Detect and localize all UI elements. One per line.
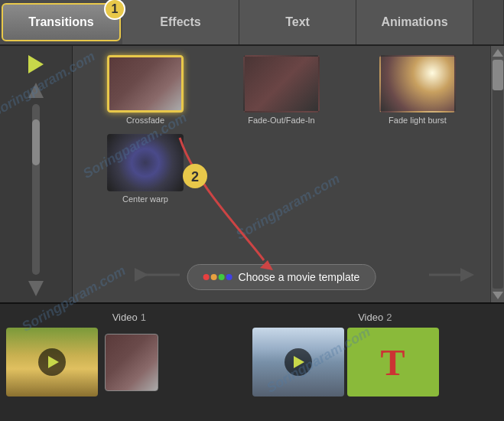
- filmstrip-clips-2: T: [252, 328, 499, 397]
- video-clip-mountain[interactable]: [252, 328, 344, 397]
- transitions-list: Crossfade Fade-Out/Fade-In Fade light bu…: [82, 55, 481, 204]
- transition-fadeout[interactable]: Fade-Out/Fade-In: [218, 55, 345, 125]
- right-arrow-icon: [414, 261, 475, 289]
- filmstrip-number-2: 2: [386, 312, 392, 323]
- video-clip-wheat[interactable]: [6, 328, 98, 397]
- centerwarp-label: Center warp: [122, 194, 168, 204]
- dot-red: [203, 274, 210, 280]
- right-scrollbar: [490, 46, 504, 302]
- transition-crossfade[interactable]: Crossfade: [82, 55, 209, 125]
- fadeout-thumb: [243, 55, 320, 113]
- tab-animations[interactable]: Animations: [356, 0, 473, 44]
- scroll-down-arrow[interactable]: [28, 281, 44, 296]
- left-arrow-icon: [134, 261, 195, 289]
- tab-animations-label: Animations: [381, 15, 447, 29]
- lightburst-label: Fade light burst: [389, 116, 447, 125]
- movie-template-label: Choose a movie template: [239, 271, 360, 283]
- centerwarp-thumb: [107, 134, 184, 191]
- movie-dots: [203, 274, 232, 280]
- app-container: Transitions 1 Effects Text Animations: [0, 0, 504, 421]
- play-button-left[interactable]: [28, 55, 44, 73]
- drop-thumb: [105, 334, 158, 391]
- tab-transitions-label: Transitions: [28, 15, 93, 29]
- filmstrip-section-1: Video 1: [6, 310, 252, 415]
- play-triangle-1: [48, 356, 59, 368]
- tab-bar: Transitions 1 Effects Text Animations: [0, 0, 504, 46]
- transition-drop-zone[interactable]: [101, 328, 162, 397]
- filmstrip-section-2: Video 2 T: [252, 310, 499, 415]
- filmstrip-clips-1: [6, 328, 252, 397]
- movie-template-button[interactable]: Choose a movie template: [187, 264, 376, 290]
- play-overlay-1[interactable]: [38, 348, 66, 376]
- filmstrip-label-2: Video: [358, 310, 383, 325]
- dot-blue: [226, 274, 232, 280]
- transition-centerwarp[interactable]: Center warp: [82, 134, 209, 204]
- tab-text-label: Text: [285, 15, 310, 29]
- left-panel: [0, 46, 73, 302]
- crossfade-thumb: [107, 55, 184, 113]
- filmstrip-label-1: Video: [112, 310, 138, 325]
- transitions-grid: Crossfade Fade-Out/Fade-In Fade light bu…: [73, 46, 490, 302]
- crossfade-label: Crossfade: [126, 116, 164, 125]
- scroll-thumb[interactable]: [32, 119, 40, 165]
- scrollbar-down-arrow[interactable]: [493, 292, 503, 299]
- filmstrip: Video 1 Video 2: [0, 302, 504, 421]
- dot-green: [219, 274, 225, 280]
- dot-orange: [211, 274, 217, 280]
- text-T-icon: T: [380, 341, 405, 383]
- scroll-up-arrow[interactable]: [28, 83, 44, 98]
- tab-text[interactable]: Text: [239, 0, 356, 44]
- tab-effects[interactable]: Effects: [122, 0, 239, 44]
- tab-transitions[interactable]: Transitions 1: [2, 3, 121, 41]
- scrollbar-track: [493, 60, 503, 289]
- lightburst-thumb: [379, 55, 456, 113]
- play-overlay-2[interactable]: [285, 348, 312, 376]
- video-clip-text[interactable]: T: [347, 328, 439, 397]
- scrollbar-thumb[interactable]: [493, 60, 503, 90]
- fadeout-label: Fade-Out/Fade-In: [248, 116, 314, 125]
- scroll-track: [32, 104, 40, 275]
- transition-lightburst[interactable]: Fade light burst: [354, 55, 481, 125]
- content-area: Crossfade Fade-Out/Fade-In Fade light bu…: [0, 46, 504, 302]
- play-triangle-2: [294, 356, 304, 368]
- tab-extra[interactable]: [473, 0, 504, 44]
- filmstrip-number-1: 1: [141, 312, 146, 323]
- scrollbar-up-arrow[interactable]: [493, 49, 503, 57]
- tab-effects-label: Effects: [160, 15, 200, 29]
